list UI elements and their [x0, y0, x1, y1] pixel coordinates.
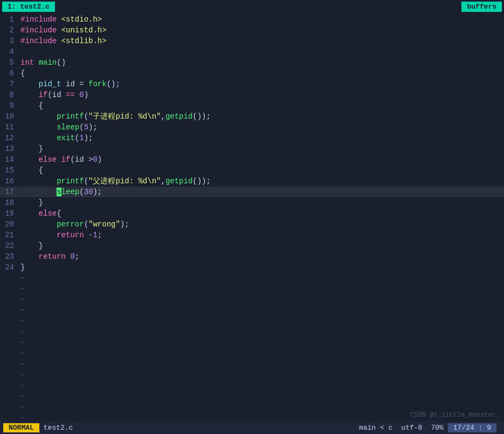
token-kw: int [20, 58, 34, 67]
token-plain [20, 112, 57, 121]
code-line: 16 printf("父进程pid: %d\n",getpid()); [0, 176, 504, 187]
code-line: 23 return 0; [0, 251, 504, 262]
token-hdr: <stdlib.h> [61, 37, 107, 45]
token-plain [75, 91, 79, 99]
token-plain [20, 134, 57, 142]
token-kw: else [39, 209, 57, 218]
token-num: -1 [88, 231, 98, 239]
code-line: 8 if(id == 0) [0, 89, 504, 100]
token-plain [20, 80, 39, 88]
token-plain: } [20, 242, 43, 250]
token-hdr: <unistd.h> [61, 26, 107, 35]
token-plain: ); [84, 134, 93, 142]
line-number: 2 [0, 25, 18, 36]
cursor-char: s [57, 188, 61, 196]
token-kw: else [39, 155, 57, 164]
line-number: 20 [0, 219, 18, 230]
token-plain [20, 155, 39, 164]
status-func: main < c [359, 424, 392, 432]
line-content: sleep(30); [18, 187, 504, 197]
line-number: 22 [0, 240, 18, 251]
token-plain: { [20, 101, 43, 110]
tilde-char: ~ [18, 348, 25, 359]
token-kw: if [61, 155, 71, 164]
token-inc: #include [20, 15, 57, 24]
tilde-char: ~ [18, 305, 25, 316]
token-fn: exit [57, 134, 75, 142]
line-content: if(id == 0) [18, 89, 504, 100]
code-line: 3#include <stdlib.h> [0, 36, 504, 46]
token-plain: ) [98, 155, 102, 164]
tilde-line: ~ [0, 370, 504, 381]
token-hdr: <stdio.h> [61, 15, 102, 24]
line-content: } [18, 197, 504, 208]
line-number: 14 [0, 154, 18, 165]
line-content: printf("子进程pid: %d\n",getpid()); [18, 111, 504, 122]
tilde-char: ~ [18, 381, 25, 391]
line-content: { [18, 68, 504, 79]
line-number: 11 [0, 122, 18, 133]
token-str: "wrong" [88, 220, 120, 229]
token-plain: ()); [192, 112, 211, 121]
tilde-char: ~ [18, 359, 25, 370]
line-content: else if(id >0) [18, 154, 504, 165]
tilde-line: ~ [0, 391, 504, 402]
token-plain: ); [88, 123, 98, 132]
token-plain: { [20, 69, 25, 78]
token-plain: ; [98, 231, 102, 239]
token-type: pid_t [39, 80, 61, 88]
status-file: test2.c [44, 424, 73, 432]
token-plain: { [57, 209, 61, 218]
token-plain: ( [84, 220, 88, 229]
line-number: 24 [0, 262, 18, 273]
line-number: 18 [0, 197, 18, 208]
token-plain: ; [75, 252, 79, 261]
token-num: 0 [93, 155, 97, 164]
token-plain: (id [47, 91, 66, 99]
code-line: 5int main() [0, 57, 504, 68]
token-plain: ) [84, 91, 88, 99]
tilde-char: ~ [18, 370, 25, 381]
tilde-line: ~ [0, 305, 504, 316]
code-line: 7 pid_t id = fork(); [0, 79, 504, 89]
line-content: } [18, 240, 504, 251]
line-content: perror("wrong"); [18, 219, 504, 230]
token-num: 30 [84, 188, 93, 196]
tilde-line: ~ [0, 327, 504, 337]
tilde-char: ~ [18, 273, 25, 284]
token-plain: ( [84, 177, 88, 185]
token-str: "子进程pid: %d\n" [88, 112, 161, 121]
token-num: 0 [70, 252, 74, 261]
token-plain: ( [75, 134, 79, 142]
line-number: 1 [0, 14, 18, 25]
active-tab[interactable]: 1: test2.c [2, 2, 55, 12]
line-number: 15 [0, 165, 18, 176]
token-plain [57, 26, 61, 35]
line-number: 13 [0, 143, 18, 154]
line-number: 7 [0, 79, 18, 89]
token-plain: { [20, 166, 43, 175]
tilde-char: ~ [18, 402, 25, 413]
tilde-line: ~ [0, 273, 504, 284]
line-number: 5 [0, 57, 18, 68]
token-plain: ( [79, 123, 84, 132]
line-content: pid_t id = fork(); [18, 79, 504, 89]
code-line: 21 return -1; [0, 230, 504, 240]
line-content: printf("父进程pid: %d\n",getpid()); [18, 176, 504, 187]
token-plain [84, 231, 88, 239]
line-content: { [18, 100, 504, 111]
line-number: 12 [0, 133, 18, 143]
token-plain [20, 91, 39, 99]
tilde-char: ~ [18, 391, 25, 402]
token-plain: ( [84, 112, 88, 121]
token-fn: leep [61, 188, 80, 196]
tilde-line: ~ [0, 359, 504, 370]
watermark: CSDN @s_little_monster_ [410, 411, 500, 419]
code-line: 1#include <stdio.h> [0, 14, 504, 25]
editor: 1#include <stdio.h>2#include <unistd.h>3… [0, 13, 504, 421]
buffers-badge[interactable]: buffers [461, 2, 502, 12]
status-encoding: utf-8 [401, 424, 422, 432]
line-number: 19 [0, 208, 18, 219]
code-line: 12 exit(1); [0, 133, 504, 143]
token-plain [20, 209, 39, 218]
